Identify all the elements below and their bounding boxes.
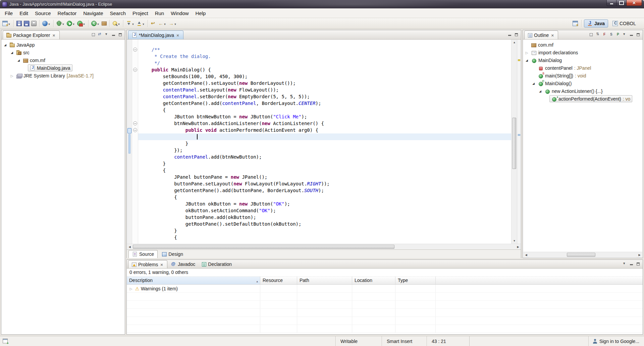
editor-horizontal-scrollbar[interactable] [127,244,521,249]
tab-design[interactable]: Design [158,250,187,258]
perspective-cobol-button[interactable]: COBOL [609,19,639,27]
code-line[interactable]: contentPanel.setLayout(new FlowLayout())… [138,86,511,93]
menu-file[interactable]: File [1,9,16,17]
close-tab-icon[interactable] [52,33,56,38]
code-line[interactable]: okButton.setActionCommand("OK"); [138,207,511,214]
package-explorer-item[interactable]: MainDialog.java [1,64,125,72]
outline-item[interactable]: MainDialog() [523,79,643,87]
editor-tab-maindialog[interactable]: *MainDialog.java [128,31,183,39]
code-line[interactable]: } [138,140,511,147]
dropdown-arrow-icon[interactable] [117,21,120,26]
close-window-button[interactable] [626,0,642,6]
dropdown-arrow-icon[interactable] [131,21,135,26]
dropdown-arrow-icon[interactable] [48,21,51,26]
scroll-left-icon[interactable] [523,252,529,258]
package-explorer-item[interactable]: com.mf [1,56,125,64]
code-line[interactable]: */ [138,60,511,66]
column-header-description[interactable]: Description [127,277,260,284]
new-button[interactable] [1,19,12,28]
code-line[interactable]: buttonPane.setLayout(new FlowLayout(Flow… [138,180,511,187]
code-line[interactable]: { [138,167,511,174]
menu-project[interactable]: Project [129,9,152,17]
menu-run[interactable]: Run [152,9,168,17]
code-line[interactable]: getContentPane().add(buttonPane, BorderL… [138,187,511,194]
tab-outline[interactable]: Outline [524,31,558,39]
expand-expanded-icon[interactable] [9,48,14,57]
expand-collapsed-icon[interactable] [524,49,529,57]
code-line[interactable]: getRootPane().setDefaultButton(okButton)… [138,221,511,227]
dropdown-arrow-icon[interactable] [97,21,100,26]
expand-expanded-icon[interactable] [16,56,21,64]
minimize-button[interactable] [629,262,634,266]
column-header-resource[interactable]: Resource [260,277,297,284]
code-line[interactable]: buttonPane.add(okButton); [138,214,511,221]
code-line[interactable]: public void actionPerformed(ActionEvent … [138,127,511,133]
editor-vertical-scrollbar[interactable] [511,40,517,244]
forward-button[interactable] [167,19,178,28]
new-java-package-button[interactable] [101,19,108,28]
collapse-all-button[interactable] [589,33,593,37]
horizontal-scrollbar-thumb[interactable] [133,245,394,249]
code-line[interactable]: btnNewButton.addActionListener(new Actio… [138,120,511,127]
overview-occurrence-marker[interactable] [518,134,520,136]
outline-scrollbar-thumb[interactable] [567,253,595,257]
previous-annotation-button[interactable] [136,19,146,28]
last-edit-location-button[interactable] [150,19,157,28]
outline-item[interactable]: new ActionListener() {...} [523,87,643,95]
menu-help[interactable]: Help [192,9,209,17]
expand-collapsed-icon[interactable] [9,72,14,80]
code-line[interactable]: JButton okButton = new JButton("OK"); [138,200,511,207]
outline-item[interactable]: contentPanel : JPanel [523,64,643,72]
menu-window[interactable]: Window [167,9,192,17]
column-header-path[interactable]: Path [297,277,352,284]
print-button[interactable] [30,19,38,28]
close-tab-icon[interactable] [550,33,554,38]
scroll-left-icon[interactable] [127,244,132,250]
overview-warning-marker[interactable] [518,59,520,61]
outline-horizontal-scrollbar[interactable] [523,252,642,257]
package-explorer-item[interactable]: JRE System Library [JavaSE-1.7] [1,72,125,79]
open-web-browser-button[interactable] [41,19,52,28]
maximize-window-button[interactable] [616,0,626,6]
outline-item[interactable]: actionPerformed(ActionEvent) : vo [523,95,643,103]
open-perspective-button[interactable] [572,19,579,28]
tab-source[interactable]: Source [128,250,158,258]
google-signin[interactable]: Sign in to Google... [588,336,643,346]
fold-collapse-icon[interactable] [133,128,137,132]
menu-search[interactable]: Search [106,9,129,17]
code-line[interactable]: } [138,160,511,167]
next-annotation-button[interactable] [125,19,136,28]
code-line[interactable]: setBounds(100, 100, 450, 300); [138,73,511,80]
expand-expanded-icon[interactable] [3,41,8,49]
tab-problems[interactable]: Problems [128,260,167,268]
close-editor-tab-icon[interactable] [176,33,180,38]
problem-row[interactable]: Warnings (1 item) [127,285,643,293]
code-line[interactable] [138,133,511,140]
sort-button[interactable] [596,33,600,37]
outline-item[interactable]: com.mf [523,41,643,49]
debug-button[interactable] [55,19,66,28]
sash-explorer-editor[interactable] [125,30,126,335]
run-button[interactable] [66,19,76,28]
menu-refactor[interactable]: Refactor [54,9,80,17]
minimize-button[interactable] [629,33,634,37]
code-line[interactable]: { [138,194,511,200]
code-line[interactable]: JPanel buttonPane = new JPanel(); [138,174,511,180]
maximize-button[interactable] [636,262,640,266]
expand-expanded-icon[interactable] [538,87,543,95]
maximize-button[interactable] [636,33,640,37]
hide-fields-button[interactable] [602,33,607,37]
view-menu-button[interactable] [623,262,627,266]
outline-item[interactable]: import declarations [523,49,643,56]
menu-edit[interactable]: Edit [16,9,32,17]
title-bar[interactable]: Java - JavaApp/src/com/mf/MainDialog.jav… [0,0,644,8]
minimize-button[interactable] [111,33,116,37]
dropdown-arrow-icon[interactable] [163,21,166,26]
dropdown-arrow-icon[interactable] [174,21,177,26]
expand-expanded-icon[interactable] [524,56,529,64]
outline-item[interactable]: main(String[]) : void [523,72,643,79]
collapse-all-button[interactable] [91,33,96,37]
scroll-right-icon[interactable] [515,244,521,250]
fold-collapse-icon[interactable] [133,121,137,125]
sash-editor-problems[interactable] [126,258,643,260]
